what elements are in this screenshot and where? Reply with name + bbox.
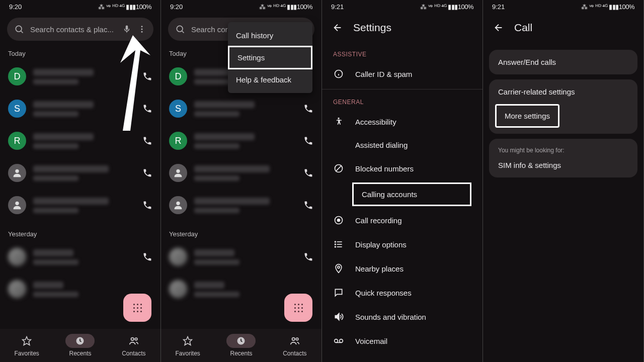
back-icon[interactable] (493, 22, 504, 33)
today-label: Today (0, 41, 160, 60)
setting-recording[interactable]: Call recording (322, 208, 482, 232)
page-title: Call (514, 22, 532, 34)
bottom-nav: Favorites Recents Contacts (161, 329, 321, 362)
avatar: S (169, 100, 187, 118)
phone-icon[interactable] (303, 136, 313, 146)
call-entry[interactable]: R (161, 125, 321, 157)
call-entry[interactable] (0, 189, 160, 221)
avatar (169, 248, 187, 266)
phone-icon[interactable] (303, 252, 313, 262)
setting-accessibility[interactable]: Accessibility (322, 110, 482, 134)
setting-sounds[interactable]: Sounds and vibration (322, 305, 482, 329)
status-bar: 9:20 ⁂ ᵛᵒ ᴴᴰ ⁴ᴳ ▮▮▮100% (161, 0, 321, 13)
svg-point-9 (131, 338, 134, 341)
svg-point-5 (15, 169, 19, 173)
svg-line-12 (182, 31, 184, 33)
avatar (169, 164, 187, 182)
nav-contacts[interactable]: Contacts (119, 334, 148, 357)
dialpad-fab[interactable] (284, 294, 312, 322)
status-time: 9:20 (170, 3, 183, 11)
call-entry[interactable] (0, 241, 160, 273)
dialpad-icon (133, 304, 142, 312)
phone-icon[interactable] (142, 200, 152, 210)
phone-icon[interactable] (142, 104, 152, 114)
menu-settings[interactable]: Settings (228, 46, 312, 69)
nav-favorites[interactable]: Favorites (12, 334, 41, 357)
call-info (194, 249, 296, 265)
nav-contacts[interactable]: Contacts (280, 334, 309, 357)
menu-call-history[interactable]: Call history (228, 25, 312, 46)
call-entry[interactable] (161, 157, 321, 189)
setting-calling-accounts[interactable]: Calling accounts (352, 183, 471, 206)
page-header: Settings (322, 13, 482, 45)
setting-voicemail[interactable]: Voicemail (322, 329, 482, 353)
call-info (33, 101, 135, 117)
dialpad-fab[interactable] (123, 294, 151, 322)
svg-marker-15 (184, 337, 192, 345)
nav-favorites[interactable]: Favorites (173, 334, 202, 357)
search-placeholder: Search contacts & plac... (30, 25, 116, 34)
card-carrier: Carrier-related settings More settings (489, 79, 637, 134)
setting-caller-id[interactable]: Caller ID & spam (322, 62, 482, 86)
looking-for-label: You might be looking for: (489, 139, 637, 157)
svg-point-11 (177, 26, 183, 32)
mic-icon[interactable] (122, 25, 131, 34)
setting-more[interactable]: More settings (495, 104, 559, 128)
yesterday-label: Yesterday (161, 221, 321, 241)
panel-3-settings: 9:21 ⁂ ᵛᵒ ᴴᴰ ⁴ᴳ ▮▮▮100% Settings ASSISTI… (322, 0, 483, 362)
nav-recents[interactable]: Recents (226, 334, 256, 357)
status-indicators: ⁂ ᵛᵒ ᴴᴰ ⁴ᴳ ▮▮▮100% (420, 3, 473, 11)
search-icon (175, 24, 185, 34)
setting-blocked[interactable]: Blocked numbers (322, 156, 482, 180)
avatar (169, 280, 187, 298)
search-bar[interactable]: Search contacts & plac... (7, 18, 153, 41)
call-info (33, 198, 135, 213)
clock-icon (236, 336, 246, 346)
phone-icon[interactable] (303, 168, 313, 178)
svg-point-26 (338, 219, 340, 222)
panel-1-recents: 9:20 ⁂ ᵛᵒ ᴴᴰ ⁴ᴳ ▮▮▮100% Search contacts … (0, 0, 161, 362)
status-indicators: ⁂ ᵛᵒ ᴴᴰ ⁴ᴳ ▮▮▮100% (259, 3, 312, 11)
bottom-nav: Favorites Recents Contacts (0, 329, 160, 362)
phone-icon[interactable] (303, 200, 313, 210)
call-entry[interactable]: R (0, 125, 160, 157)
setting-sim-info[interactable]: SIM info & settings (489, 157, 637, 177)
call-entry[interactable]: S (0, 93, 160, 125)
call-entry[interactable]: S (161, 93, 321, 125)
assistive-label: ASSISTIVE (322, 45, 482, 62)
setting-nearby[interactable]: Nearby places (322, 256, 482, 281)
avatar (8, 196, 26, 214)
setting-display[interactable]: Display options (322, 232, 482, 256)
phone-icon[interactable] (142, 252, 152, 262)
call-info (33, 69, 135, 84)
call-entry[interactable] (0, 157, 160, 189)
phone-icon[interactable] (142, 168, 152, 178)
list-icon (334, 239, 344, 249)
more-icon[interactable] (137, 25, 146, 34)
status-bar: 9:20 ⁂ ᵛᵒ ᴴᴰ ⁴ᴳ ▮▮▮100% (0, 0, 160, 13)
nav-recents[interactable]: Recents (65, 334, 95, 357)
call-entry[interactable] (161, 241, 321, 273)
setting-carrier[interactable]: Carrier-related settings (489, 79, 637, 104)
phone-icon[interactable] (142, 136, 152, 146)
phone-icon[interactable] (303, 104, 313, 114)
back-icon[interactable] (332, 22, 343, 33)
setting-quick[interactable]: Quick responses (322, 281, 482, 305)
star-icon (22, 336, 32, 346)
volume-icon (334, 312, 344, 322)
svg-point-3 (141, 29, 143, 30)
avatar (8, 164, 26, 182)
menu-help[interactable]: Help & feedback (228, 69, 312, 90)
avatar: D (8, 67, 26, 85)
phone-icon[interactable] (142, 71, 152, 81)
svg-point-13 (176, 169, 180, 173)
svg-marker-7 (23, 337, 31, 345)
people-icon (128, 335, 139, 346)
call-entry[interactable]: D (0, 60, 160, 93)
record-icon (334, 215, 344, 225)
call-info (194, 101, 296, 117)
setting-answer-end[interactable]: Answer/End calls (489, 50, 637, 74)
call-entry[interactable] (161, 189, 321, 221)
info-icon (334, 69, 344, 79)
setting-assisted-dialing[interactable]: Assisted dialing (322, 134, 482, 156)
